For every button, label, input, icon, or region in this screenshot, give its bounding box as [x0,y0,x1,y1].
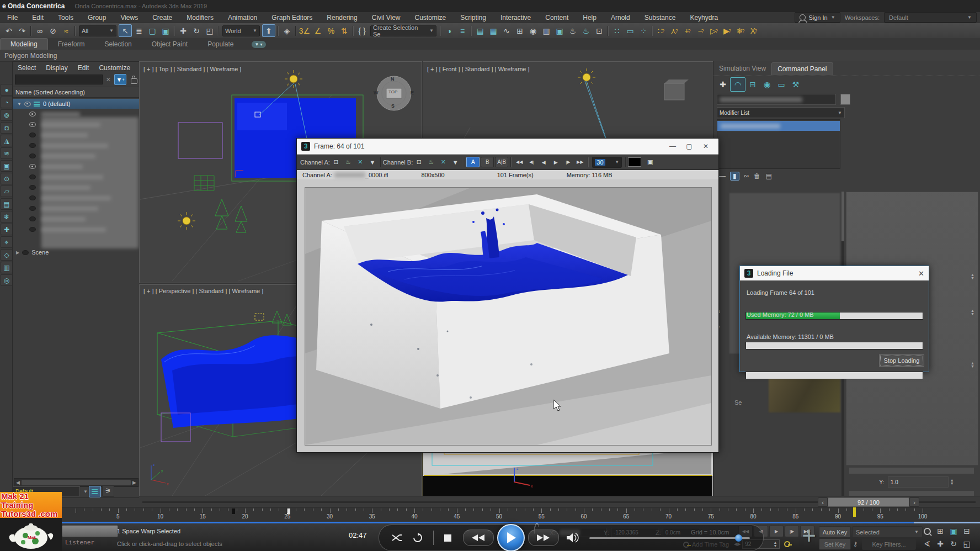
make-unique-icon[interactable]: ∾ [744,172,749,180]
menu-tools[interactable]: Tools [51,13,81,23]
angle-snap-icon[interactable]: ∠ [312,25,324,36]
set-key-person-icon[interactable]: ⚷ [853,541,858,548]
hierarchy-tab-icon[interactable]: ⊟ [745,78,760,91]
select-link-icon[interactable]: ∞ [34,25,46,36]
rendered-image[interactable] [305,187,712,446]
zoom-extents-icon[interactable]: ▣ [947,525,960,537]
auto-key-button[interactable]: Auto Key [819,526,851,538]
track-bar[interactable]: 5101520253035404550556065707580859095100 [0,507,980,524]
stop-icon[interactable] [444,534,451,542]
eye-icon[interactable] [29,164,36,169]
explorer-menu-select[interactable]: Select [13,63,41,73]
time-slider[interactable]: ‹ 92 / 100 › [139,496,980,507]
filter-icon[interactable]: ▼+ [114,74,126,85]
snap-toggle-3d-icon[interactable]: 3∠ [299,25,311,36]
maximize-icon[interactable]: ▢ [681,142,697,150]
left-toolbar-helper-icon[interactable]: ◮ [1,135,13,146]
menu-rendering[interactable]: Rendering [319,13,364,23]
menu-views[interactable]: Views [113,13,145,23]
key-filters-button[interactable]: Key Filters... [862,538,916,550]
unlink-selection-icon[interactable]: ⊘ [47,25,59,36]
name-column-header[interactable]: Name (Sorted Ascending) [15,89,85,96]
schematic-view-icon[interactable]: ⊞ [514,25,526,36]
ribbon-overflow-dropdown[interactable]: ▼ ▾ [252,41,266,48]
open-image-icon[interactable]: ⊡ [413,157,424,167]
edit-named-selections-icon[interactable]: { } [356,25,368,36]
joint-q-icon[interactable]: ⋏? [668,25,680,36]
menu-help[interactable]: Help [576,13,604,23]
render-setup-icon[interactable]: ▥ [540,25,552,36]
eye-icon[interactable] [29,195,36,200]
left-toolbar-grid-icon[interactable]: ▥ [1,262,13,273]
eye-icon[interactable] [22,250,29,255]
orbit-icon[interactable]: ↻ [947,538,960,550]
layer-explorer-icon[interactable]: ▤ [474,25,486,36]
select-and-rotate-icon[interactable]: ↻ [190,25,203,36]
key-marker-black[interactable] [232,508,235,514]
crossing-selection-icon[interactable]: ▣ [159,25,172,36]
arrow-q-icon[interactable]: ▷? [708,25,720,36]
explorer-menu-customize[interactable]: Customize [94,63,135,73]
channel-ab-button[interactable]: A|B [495,157,508,167]
compass-north-label[interactable]: N [391,76,395,82]
tree-row-default-layer[interactable]: ▼ 0 (default) [13,99,140,109]
fps-dropdown[interactable]: 30▼ [592,157,622,168]
y-parameter-field[interactable]: 1.0 [888,476,949,488]
grid-a-icon[interactable]: ∷ [611,25,623,36]
loading-file-dialog[interactable]: 3 Loading File ✕ Loading Frame 64 of 101… [739,266,929,372]
modifier-list-dropdown[interactable]: Modifier List▼ [717,107,845,118]
video-player-bar[interactable] [379,524,764,551]
utilities-tab-icon[interactable]: ⚒ [789,78,803,91]
menu-customize[interactable]: Customize [408,13,454,23]
create-tab-icon[interactable]: ✚ [716,78,730,91]
select-and-manipulate-icon[interactable]: ◈ [281,25,293,36]
selection-set-key-dropdown[interactable]: Selected▼ [852,526,923,538]
open-image-icon[interactable]: ⊡ [331,157,342,167]
eye-icon[interactable] [29,206,36,211]
use-pivot-center-icon[interactable]: ⬆ [262,24,275,37]
maxscript-mini-listener[interactable] [62,525,118,537]
eye-icon[interactable] [29,174,36,179]
clear-channel-icon[interactable]: ✕ [355,157,366,167]
menu-group[interactable]: Group [81,13,113,23]
left-toolbar-modify-icon[interactable]: ▱ [1,186,13,197]
layer-manager-icon[interactable] [89,486,101,497]
ribbon-tab-populate[interactable]: Populate [198,39,243,50]
eye-icon[interactable] [29,133,36,137]
viewport-front-label[interactable]: [ + ] [ Front ] [ Standard ] [ Wireframe… [427,66,530,72]
left-toolbar-select-icon[interactable]: ● [1,84,13,96]
spinner-control[interactable]: ▲▼ [971,273,974,280]
select-by-name-icon[interactable]: ≣ [133,25,145,36]
eye-icon[interactable] [29,185,36,190]
lock-icon[interactable] [131,78,137,84]
scroll-left-icon[interactable]: ◀ [16,480,20,485]
compass-south-label[interactable]: S [391,103,395,109]
ribbon-tab-selection[interactable]: Selection [94,39,141,50]
schematic-icon[interactable]: ⚞ [102,485,114,497]
pan-icon[interactable]: ✚ [934,538,947,550]
toggle-ribbon-icon[interactable]: ▦ [487,25,499,36]
background-color-swatch[interactable] [628,157,641,167]
material-editor-icon[interactable]: ◉ [527,25,539,36]
play-button[interactable] [497,524,525,551]
compass-east-label[interactable]: E [411,90,414,96]
rendered-frame-window[interactable]: 3 Frame: 64 of 101 — ▢ ✕ Channel A: ⊡ ♨ … [296,138,719,453]
replay-icon[interactable] [413,533,423,543]
reference-coordinate-dropdown[interactable]: World▼ [222,25,260,36]
minimize-icon[interactable]: — [664,142,681,150]
eye-icon[interactable] [29,143,36,148]
eye-icon[interactable] [24,102,31,107]
left-toolbar-freeze-icon[interactable]: ❄ [1,211,13,222]
select-object-icon[interactable]: ↖ [119,24,132,37]
left-toolbar-space-warp-icon[interactable]: ≋ [1,147,13,159]
ribbon-tab-freeform[interactable]: Freeform [48,39,95,50]
previous-frame-button[interactable]: ‹ [818,497,828,507]
show-end-result-icon[interactable]: ▮ [730,172,739,181]
compass-top-label[interactable]: TOP [388,89,397,94]
render-production-icon[interactable]: ♨ [567,25,579,36]
mirror-icon[interactable]: ◑ [443,25,455,36]
previous-frame-icon[interactable]: ◀| [526,157,537,167]
menu-interactive[interactable]: Interactive [493,13,538,23]
key-mode-icon[interactable] [784,541,790,547]
scroll-right-icon[interactable]: ▶ [132,480,136,485]
